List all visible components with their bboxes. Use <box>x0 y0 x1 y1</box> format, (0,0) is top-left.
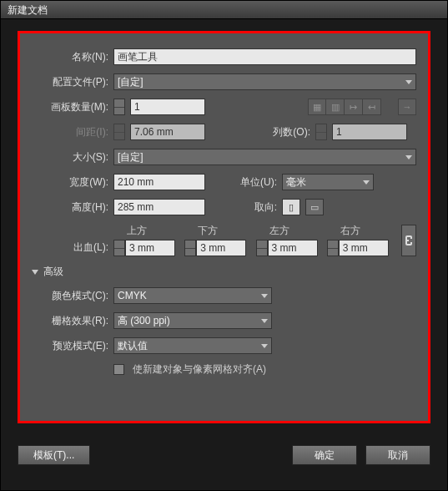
units-select[interactable]: 毫米 <box>282 174 374 190</box>
spacing-label: 间距(I): <box>32 125 108 139</box>
dialog-footer: 模板(T)... 确定 取消 <box>18 445 430 465</box>
raster-select[interactable]: 高 (300 ppi) <box>113 312 272 329</box>
ok-button[interactable]: 确定 <box>292 445 357 465</box>
template-button[interactable]: 模板(T)... <box>18 445 90 465</box>
orientation-label: 取向: <box>227 200 277 215</box>
arrow-right-icon[interactable]: → <box>398 99 416 115</box>
profile-label: 配置文件(P): <box>32 75 108 89</box>
size-label: 大小(S): <box>32 150 108 165</box>
height-label: 高度(H): <box>32 200 108 215</box>
preview-select[interactable]: 默认值 <box>113 337 272 354</box>
advanced-header[interactable]: 高级 <box>32 265 416 279</box>
bleed-right-label: 右方 <box>327 224 393 238</box>
bleed-left-label: 左方 <box>256 224 322 238</box>
name-label: 名称(N): <box>32 50 108 64</box>
bleed-right-input[interactable] <box>339 240 389 256</box>
columns-label: 列数(O): <box>260 125 310 139</box>
link-bleed-icon[interactable] <box>401 225 416 256</box>
artboard-layout-group: ▦ ▥ ↦ ↤ <box>308 99 381 115</box>
preview-label: 预览模式(E): <box>32 339 108 353</box>
height-input[interactable] <box>113 199 205 215</box>
portrait-icon[interactable]: ▯ <box>282 199 300 215</box>
bleed-top-label: 上方 <box>113 224 179 238</box>
columns-input[interactable] <box>332 124 407 140</box>
highlight-box: 名称(N): 配置文件(P): [自定] 画板数量(M): ▦ ▥ ↦ ↤ → … <box>18 31 430 423</box>
titlebar: 新建文档 <box>1 1 447 19</box>
grid-col-icon[interactable]: ▥ <box>326 99 345 115</box>
bleed-bottom-input[interactable] <box>196 240 246 256</box>
spacing-input[interactable] <box>130 124 205 140</box>
spacing-spinner[interactable] <box>113 124 125 140</box>
color-mode-label: 颜色模式(C): <box>32 289 108 303</box>
profile-select[interactable]: [自定] <box>113 73 416 90</box>
row-ltr-icon[interactable]: ↦ <box>345 99 363 115</box>
size-select[interactable]: [自定] <box>113 149 416 165</box>
width-input[interactable] <box>113 174 205 190</box>
color-mode-select[interactable]: CMYK <box>113 287 272 304</box>
align-pixel-label: 使新建对象与像素网格对齐(A) <box>133 362 266 377</box>
bleed-label: 出血(L): <box>32 240 108 255</box>
artboards-input[interactable] <box>130 99 205 115</box>
bleed-top-spinner[interactable] <box>113 240 125 256</box>
raster-label: 栅格效果(R): <box>32 314 108 328</box>
bleed-left-spinner[interactable] <box>256 240 268 256</box>
cancel-button[interactable]: 取消 <box>365 445 430 465</box>
artboards-label: 画板数量(M): <box>32 100 108 114</box>
name-input[interactable] <box>113 48 416 65</box>
align-pixel-checkbox[interactable] <box>113 364 124 375</box>
bleed-left-input[interactable] <box>268 240 318 256</box>
window-title: 新建文档 <box>8 4 48 16</box>
new-document-dialog: 新建文档 名称(N): 配置文件(P): [自定] 画板数量(M): ▦ ▥ ↦… <box>0 0 448 491</box>
width-label: 宽度(W): <box>32 175 108 190</box>
bleed-right-spinner[interactable] <box>327 240 339 256</box>
bleed-top-input[interactable] <box>125 240 175 256</box>
bleed-bottom-spinner[interactable] <box>184 240 196 256</box>
artboards-spinner[interactable] <box>113 99 125 115</box>
bleed-bottom-label: 下方 <box>184 224 250 238</box>
grid-row-icon[interactable]: ▦ <box>308 99 326 115</box>
landscape-icon[interactable]: ▭ <box>305 199 324 215</box>
row-rtl-icon[interactable]: ↤ <box>363 99 381 115</box>
units-label: 单位(U): <box>227 175 277 190</box>
columns-spinner[interactable] <box>315 124 327 140</box>
chevron-down-icon <box>32 270 38 275</box>
